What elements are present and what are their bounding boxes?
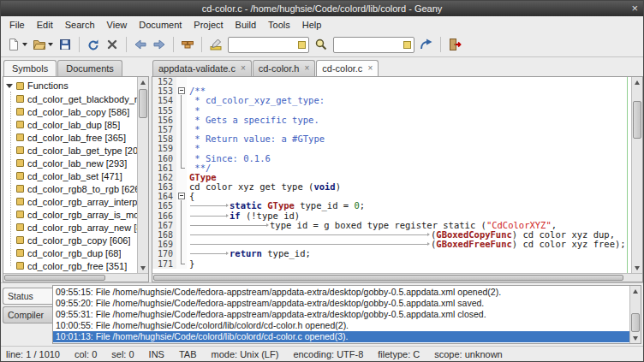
fold-margin[interactable] [176, 201, 187, 211]
code-line[interactable]: (GBoxedFreeFunc) cd_color_xyz_free); [187, 240, 631, 249]
editor-hscrollbar[interactable] [152, 273, 642, 282]
code-line[interactable]: * [187, 144, 631, 153]
editor-tab-appdata-validate.c[interactable]: appdata-validate.c× [152, 60, 252, 76]
menu-edit[interactable]: Edit [31, 18, 59, 32]
code-line[interactable]: type_id = g_boxed_type_register_static (… [187, 221, 631, 230]
code-editor[interactable]: 152153/**154 * cd_color_xyz_get_type:155… [152, 77, 631, 273]
code-line[interactable]: * [187, 106, 631, 116]
fold-collapse-icon[interactable] [178, 193, 185, 199]
document-new-button[interactable] [4, 34, 30, 55]
fold-margin[interactable] [176, 125, 187, 134]
line-number[interactable]: 162 [152, 173, 176, 182]
line-number[interactable]: 152 [152, 77, 176, 86]
menu-search[interactable]: Search [59, 18, 101, 32]
fold-collapse-icon[interactable] [178, 87, 185, 94]
code-line[interactable]: * Return value: a #GType [187, 134, 631, 144]
editor-scroll-thumb[interactable] [633, 101, 641, 139]
fold-margin[interactable] [176, 230, 187, 240]
line-number[interactable]: 156 [152, 116, 176, 125]
symbol-item[interactable]: cd_color_rgb_free [351] [3, 259, 137, 272]
line-number[interactable]: 160 [152, 154, 176, 163]
symbol-item[interactable]: cd_color_rgb_copy [606] [3, 234, 137, 246]
code-line[interactable]: **/ [187, 163, 631, 173]
code-line[interactable]: { [187, 192, 631, 201]
revert-button[interactable] [84, 34, 103, 55]
line-number[interactable]: 168 [152, 230, 176, 240]
fold-margin[interactable] [176, 116, 187, 125]
code-line[interactable]: GType [187, 173, 631, 182]
sidebar-hscroll-thumb[interactable] [4, 275, 105, 281]
editor-tab-cd-color.h[interactable]: cd-color.h× [253, 60, 316, 76]
line-number[interactable]: 159 [152, 144, 176, 153]
editor-scrollbar[interactable] [631, 77, 642, 273]
fold-margin[interactable] [176, 77, 187, 86]
line-number[interactable]: 153 [152, 86, 176, 96]
scroll-down-icon[interactable] [632, 263, 642, 273]
status-message-row[interactable]: 09:55:15: File /home/hughsie/Code/fedora… [53, 287, 629, 298]
sidebar-scroll-thumb[interactable] [139, 89, 147, 118]
code-line[interactable]: (GBoxedCopyFunc) cd_color_xyz_dup, [187, 230, 631, 240]
sidebar-hscrollbar[interactable] [3, 273, 148, 282]
line-number[interactable]: 169 [152, 240, 176, 249]
menu-document[interactable]: Document [133, 18, 188, 32]
nav-forward-button[interactable] [150, 34, 169, 55]
code-line[interactable]: static GType type_id = 0; [187, 201, 631, 211]
line-number[interactable]: 167 [152, 221, 176, 230]
menu-file[interactable]: File [3, 18, 31, 32]
editor-tab-cd-color.c[interactable]: cd-color.c× [316, 60, 379, 76]
line-number[interactable]: 157 [152, 125, 176, 134]
symbol-item[interactable]: cd_color_lab_copy [586] [3, 105, 137, 118]
symbol-item[interactable]: cd_color_lab_free [365] [3, 131, 137, 144]
editor-hscroll-thumb[interactable] [153, 275, 623, 281]
fold-margin[interactable] [176, 173, 187, 182]
tab-close-icon[interactable]: × [304, 64, 309, 73]
tab-compiler[interactable]: Compiler [3, 306, 52, 323]
line-number[interactable]: 161 [152, 163, 176, 173]
symbol-item[interactable]: cd_color_lab_dup [85] [3, 118, 137, 131]
fold-margin[interactable] [176, 259, 187, 269]
titlebar[interactable]: cd-color.c - /home/hughsie/Code/colord/l… [1, 1, 643, 16]
goto-line-entry[interactable] [333, 37, 414, 53]
tree-root-functions[interactable]: Functions [3, 79, 137, 92]
dropdown-arrow-icon[interactable] [22, 43, 27, 46]
menu-build[interactable]: Build [230, 18, 262, 32]
line-number[interactable]: 165 [152, 201, 176, 211]
search-button[interactable] [312, 34, 331, 55]
nav-back-button[interactable] [131, 34, 150, 55]
code-line[interactable]: * cd_color_xyz_get_type: [187, 96, 631, 105]
tab-symbols[interactable]: Symbols [3, 60, 57, 76]
code-line[interactable]: * Since: 0.1.6 [187, 154, 631, 163]
scroll-down-icon[interactable] [630, 333, 641, 343]
fold-margin[interactable] [176, 86, 187, 96]
symbol-item[interactable]: cd_color_get_blackbody_rgb [971] [3, 92, 137, 105]
tab-documents[interactable]: Documents [57, 60, 122, 76]
fold-margin[interactable] [176, 96, 187, 105]
tab-close-icon[interactable]: × [367, 64, 373, 73]
menu-tools[interactable]: Tools [262, 18, 296, 32]
sidebar-scroll-track[interactable] [138, 87, 148, 263]
menu-help[interactable]: Help [296, 18, 328, 32]
scroll-up-icon[interactable] [630, 286, 641, 296]
jump-to-button[interactable] [417, 34, 436, 55]
symbol-item[interactable]: cd_color_lab_get_type [203] [3, 144, 137, 157]
fold-margin[interactable] [176, 154, 187, 163]
line-number[interactable]: 163 [152, 182, 176, 192]
tab-close-icon[interactable]: × [241, 64, 246, 73]
line-number[interactable]: 154 [152, 96, 176, 105]
fold-margin[interactable] [176, 163, 187, 173]
code-line[interactable]: if (!type_id) [187, 211, 631, 221]
fold-margin[interactable] [176, 249, 187, 258]
close-document-button[interactable] [103, 34, 122, 55]
status-message-row[interactable]: 09:55:31: File /home/hughsie/Code/fedora… [53, 309, 629, 320]
document-save-button[interactable] [56, 34, 75, 55]
code-line[interactable]: * Gets a specific type. [187, 116, 631, 125]
symbol-item[interactable]: cd_color_rgb_array_is_monotonic [84] [3, 208, 137, 221]
fold-margin[interactable] [176, 240, 187, 249]
code-line[interactable] [187, 77, 631, 86]
line-number[interactable]: 155 [152, 106, 176, 116]
fold-margin[interactable] [176, 106, 187, 116]
code-line[interactable]: cd_color_xyz_get_type (void) [187, 182, 631, 192]
search-entry[interactable] [228, 37, 309, 53]
code-line[interactable]: /** [187, 86, 631, 96]
dropdown-arrow-icon[interactable] [48, 43, 53, 46]
